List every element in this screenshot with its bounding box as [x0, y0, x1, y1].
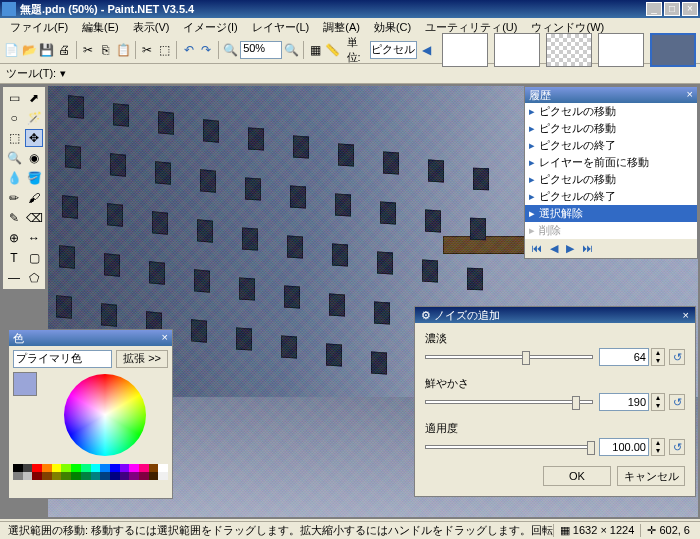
- palette-swatch[interactable]: [61, 464, 71, 472]
- palette-swatch[interactable]: [149, 464, 159, 472]
- saturation-input[interactable]: [599, 393, 649, 411]
- cut-icon[interactable]: ✂: [80, 40, 95, 60]
- history-item[interactable]: ▸選択解除: [525, 205, 697, 222]
- palette-swatch[interactable]: [61, 472, 71, 480]
- menu-item[interactable]: レイヤー(L): [246, 19, 315, 36]
- thumb-5[interactable]: [650, 33, 696, 67]
- palette-swatch[interactable]: [129, 464, 139, 472]
- color-mode-select[interactable]: プライマリ色: [13, 350, 112, 368]
- zoom-icon[interactable]: 🔍: [223, 40, 238, 60]
- palette-swatch[interactable]: [13, 472, 23, 480]
- minimize-button[interactable]: _: [646, 2, 662, 16]
- open-icon[interactable]: 📂: [21, 40, 36, 60]
- intensity-reset-icon[interactable]: ↺: [669, 349, 685, 365]
- tool-button[interactable]: ✥: [25, 129, 43, 147]
- coverage-spinner[interactable]: ▴▾: [651, 438, 665, 456]
- palette-swatch[interactable]: [100, 464, 110, 472]
- palette-swatch[interactable]: [42, 464, 52, 472]
- palette-swatch[interactable]: [158, 464, 168, 472]
- history-item[interactable]: ▸ピクセルの終了: [525, 137, 697, 154]
- tool-button[interactable]: ⊕: [5, 229, 23, 247]
- tool-button[interactable]: 🖌: [25, 189, 43, 207]
- tool-button[interactable]: ✏: [5, 189, 23, 207]
- thumb-1[interactable]: [442, 33, 488, 67]
- tool-button[interactable]: 🪣: [25, 169, 43, 187]
- palette-swatch[interactable]: [81, 464, 91, 472]
- palette-swatch[interactable]: [129, 472, 139, 480]
- undo-icon[interactable]: ↶: [181, 40, 196, 60]
- palette-swatch[interactable]: [120, 472, 130, 480]
- menu-item[interactable]: ファイル(F): [4, 19, 74, 36]
- palette-swatch[interactable]: [110, 472, 120, 480]
- tool-button[interactable]: ▢: [25, 249, 43, 267]
- redo-icon[interactable]: ↷: [199, 40, 214, 60]
- new-icon[interactable]: 📄: [4, 40, 19, 60]
- history-item[interactable]: ▸ピクセルの終了: [525, 188, 697, 205]
- palette-swatch[interactable]: [42, 472, 52, 480]
- history-close-icon[interactable]: ×: [687, 88, 693, 102]
- history-last-icon[interactable]: ⏭: [582, 242, 593, 255]
- tool-button[interactable]: ⬈: [25, 89, 43, 107]
- palette-swatch[interactable]: [32, 472, 42, 480]
- primary-swatch[interactable]: [13, 372, 37, 396]
- history-item[interactable]: ▸ピクセルの移動: [525, 120, 697, 137]
- colors-more-button[interactable]: 拡張 >>: [116, 350, 168, 368]
- palette-swatch[interactable]: [23, 472, 33, 480]
- close-button[interactable]: ×: [682, 2, 698, 16]
- palette-swatch[interactable]: [81, 472, 91, 480]
- palette-swatch[interactable]: [120, 464, 130, 472]
- palette-swatch[interactable]: [52, 464, 62, 472]
- ruler-icon[interactable]: 📏: [325, 40, 340, 60]
- palette-swatch[interactable]: [32, 464, 42, 472]
- menu-item[interactable]: 表示(V): [127, 19, 176, 36]
- history-item[interactable]: ▸ピクセルの移動: [525, 103, 697, 120]
- history-first-icon[interactable]: ⏮: [531, 242, 542, 255]
- thumb-4[interactable]: [598, 33, 644, 67]
- tool-button[interactable]: ⌫: [25, 209, 43, 227]
- tool-dropdown-icon[interactable]: ▾: [60, 67, 66, 80]
- colors-close-icon[interactable]: ×: [162, 331, 168, 345]
- print-icon[interactable]: 🖨: [56, 40, 71, 60]
- tool-button[interactable]: 🪄: [25, 109, 43, 127]
- ok-button[interactable]: OK: [543, 466, 611, 486]
- menu-item[interactable]: 編集(E): [76, 19, 125, 36]
- tool-button[interactable]: T: [5, 249, 23, 267]
- palette-swatch[interactable]: [139, 464, 149, 472]
- tool-button[interactable]: ◉: [25, 149, 43, 167]
- tool-button[interactable]: —: [5, 269, 23, 287]
- palette-swatch[interactable]: [91, 464, 101, 472]
- palette-swatch[interactable]: [149, 472, 159, 480]
- history-next-icon[interactable]: ▶: [566, 242, 574, 255]
- cancel-button[interactable]: キャンセル: [617, 466, 685, 486]
- tool-button[interactable]: ▭: [5, 89, 23, 107]
- unit-select[interactable]: ピクセル: [370, 41, 417, 59]
- intensity-slider[interactable]: [425, 355, 593, 359]
- tool-button[interactable]: 💧: [5, 169, 23, 187]
- intensity-spinner[interactable]: ▴▾: [651, 348, 665, 366]
- paste-icon[interactable]: 📋: [115, 40, 130, 60]
- tool-button[interactable]: ⬠: [25, 269, 43, 287]
- deselect-icon[interactable]: ⬚: [157, 40, 172, 60]
- palette-swatch[interactable]: [23, 464, 33, 472]
- copy-icon[interactable]: ⎘: [98, 40, 113, 60]
- palette-swatch[interactable]: [52, 472, 62, 480]
- tool-button[interactable]: ⬚: [5, 129, 23, 147]
- thumb-3[interactable]: [546, 33, 592, 67]
- zoom-select[interactable]: 50%: [240, 41, 281, 59]
- coverage-reset-icon[interactable]: ↺: [669, 439, 685, 455]
- saturation-slider[interactable]: [425, 400, 593, 404]
- menu-item[interactable]: 調整(A): [317, 19, 366, 36]
- dialog-close-icon[interactable]: ×: [683, 309, 689, 321]
- palette-swatch[interactable]: [13, 464, 23, 472]
- palette-swatch[interactable]: [71, 472, 81, 480]
- intensity-input[interactable]: [599, 348, 649, 366]
- coverage-input[interactable]: [599, 438, 649, 456]
- menu-item[interactable]: 効果(C): [368, 19, 417, 36]
- tool-button[interactable]: ↔: [25, 229, 43, 247]
- grid-icon[interactable]: ▦: [308, 40, 323, 60]
- saturation-reset-icon[interactable]: ↺: [669, 394, 685, 410]
- palette-swatch[interactable]: [110, 464, 120, 472]
- tool-button[interactable]: ○: [5, 109, 23, 127]
- history-item[interactable]: ▸ピクセルの移動: [525, 171, 697, 188]
- palette-swatch[interactable]: [91, 472, 101, 480]
